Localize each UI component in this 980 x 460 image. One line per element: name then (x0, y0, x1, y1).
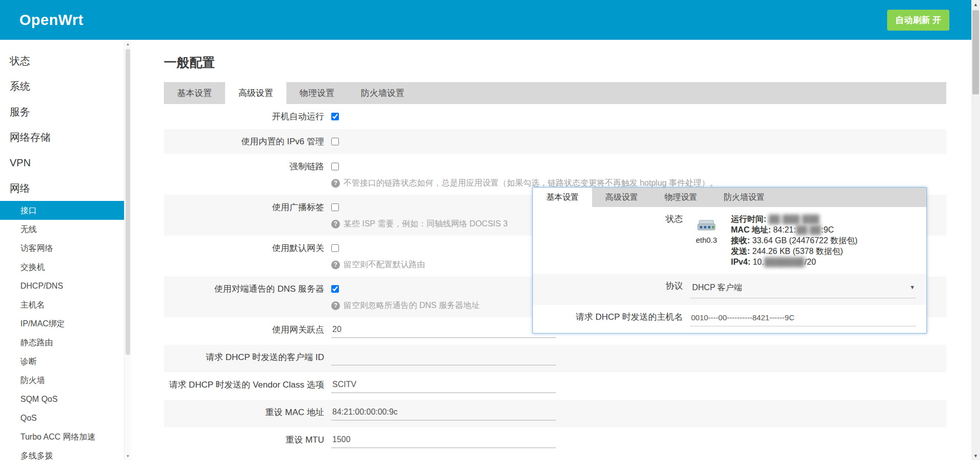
field-label: 重设 MAC 地址 (164, 400, 324, 427)
page-scrollbar-thumb[interactable] (972, 10, 979, 94)
tab-basic-settings[interactable]: 基本设置 (164, 82, 225, 104)
page-scroll-down-icon[interactable]: ▼ (971, 451, 980, 460)
default-gateway-checkbox[interactable] (331, 244, 339, 252)
field-description-text: 不管接口的链路状态如何，总是用应用设置（如果勾选，链路状态变更将不再触发 hot… (344, 178, 718, 188)
protocol-selected-value: DHCP 客户端 (692, 283, 742, 292)
sidebar-item-static-routes[interactable]: 静态路由 (0, 333, 124, 352)
sidebar-item-network[interactable]: 网络 (0, 175, 124, 201)
sidebar-item-system[interactable]: 系统 (0, 73, 124, 99)
help-icon: ? (331, 220, 340, 228)
redacted-mac: ██:██ (796, 225, 821, 234)
app-logo: OpenWrt (19, 12, 83, 29)
basic-settings-overlay-panel: 基本设置 高级设置 物理设置 防火墙设置 状态 eth0.3 (532, 187, 927, 334)
status-mac-line: MAC 地址: 84:21:██:██:9C (731, 224, 857, 235)
form-row-client-id: 请求 DHCP 时发送的客户端 ID (164, 345, 946, 372)
sidebar: 状态 系统 服务 网络存储 VPN 网络 接口 无线 访客网络 交换机 DHCP… (0, 40, 131, 460)
form-row-autostart: 开机自动运行 (164, 104, 946, 129)
overlay-tab-physical-settings[interactable]: 物理设置 (651, 188, 710, 207)
tab-physical-settings[interactable]: 物理设置 (286, 82, 348, 104)
ethernet-switch-icon (697, 219, 716, 232)
sidebar-scroll-down-icon[interactable]: ▼ (125, 452, 131, 460)
help-icon: ? (331, 301, 340, 310)
sidebar-item-status[interactable]: 状态 (0, 48, 124, 73)
vendor-class-input[interactable] (331, 379, 556, 393)
force-link-checkbox[interactable] (331, 163, 339, 170)
overlay-tab-basic-settings[interactable]: 基本设置 (533, 188, 592, 207)
form-row-ipv6-management: 使用内置的 IPv6 管理 (164, 129, 946, 154)
status-tx-line: 发送: 244.26 KB (5378 数据包) (731, 246, 857, 257)
interface-config-tabs: 基本设置 高级设置 物理设置 防火墙设置 (164, 82, 946, 104)
interface-name: eth0.3 (690, 236, 723, 244)
dhcp-hostname-input[interactable] (690, 312, 916, 326)
chevron-down-icon: ▼ (910, 284, 915, 290)
field-label: 使用默认网关 (164, 236, 324, 276)
field-description-text: 某些 ISP 需要，例如：同轴线网络 DOCSIS 3 (344, 219, 508, 229)
sidebar-item-multiwan[interactable]: 多线多拨 (0, 446, 124, 460)
protocol-label: 协议 (533, 274, 683, 305)
status-uptime-line: 运行时间: ██ ███ ███ (731, 214, 857, 224)
help-icon: ? (331, 179, 340, 188)
form-row-override-mtu: 重设 MTU (164, 427, 946, 455)
field-label: 重设 MTU (164, 427, 324, 455)
form-row-vendor-class: 请求 DHCP 时发送的 Vendor Class 选项 (164, 372, 946, 400)
overlay-tab-firewall-settings[interactable]: 防火墙设置 (710, 188, 778, 207)
auto-refresh-toggle-button[interactable]: 自动刷新 开 (887, 10, 949, 31)
page-scrollbar[interactable]: ▲ ▼ (971, 0, 980, 460)
sidebar-item-interfaces[interactable]: 接口 (0, 201, 124, 220)
field-label: 使用对端通告的 DNS 服务器 (164, 276, 324, 317)
page-title: 一般配置 (164, 54, 946, 71)
protocol-select[interactable]: DHCP 客户端 ▼ (690, 280, 916, 298)
header: OpenWrt 自动刷新 开 (0, 0, 980, 40)
status-label: 状态 (533, 207, 683, 274)
field-label: 使用广播标签 (164, 195, 324, 236)
field-description-text: 留空则忽略所通告的 DNS 服务器地址 (344, 300, 480, 311)
interface-icon-column: eth0.3 (690, 214, 723, 244)
sidebar-item-nas[interactable]: 网络存储 (0, 124, 124, 150)
sidebar-scrollbar[interactable]: ▲ ▼ (124, 40, 131, 460)
sidebar-item-dhcp-dns[interactable]: DHCP/DNS (0, 276, 124, 295)
field-description-text: 留空则不配置默认路由 (344, 260, 425, 270)
field-label: 开机自动运行 (164, 104, 324, 129)
form-row-override-mac: 重设 MAC 地址 (164, 400, 946, 427)
sidebar-item-hostnames[interactable]: 主机名 (0, 295, 124, 314)
override-mac-input[interactable] (331, 406, 556, 421)
sidebar-item-qos[interactable]: QoS (0, 408, 124, 427)
help-icon: ? (331, 261, 340, 269)
sidebar-scroll-up-icon[interactable]: ▲ (125, 40, 131, 48)
broadcast-flag-checkbox[interactable] (331, 203, 339, 211)
interface-status-text: 运行时间: ██ ███ ███ MAC 地址: 84:21:██:██:9C … (731, 214, 857, 267)
network-submenu: 接口 无线 访客网络 交换机 DHCP/DNS 主机名 IP/MAC绑定 静态路… (0, 201, 124, 460)
sidebar-item-services[interactable]: 服务 (0, 99, 124, 124)
sidebar-item-sqm-qos[interactable]: SQM QoS (0, 390, 124, 408)
sidebar-item-wireless[interactable]: 无线 (0, 220, 124, 239)
tab-advanced-settings[interactable]: 高级设置 (225, 82, 286, 104)
overlay-row-protocol: 协议 DHCP 客户端 ▼ (533, 274, 926, 305)
sidebar-item-ip-mac-binding[interactable]: IP/MAC绑定 (0, 314, 124, 333)
field-label: 使用网关跃点 (164, 317, 324, 345)
sidebar-scrollbar-thumb[interactable] (126, 49, 130, 355)
sidebar-item-firewall[interactable]: 防火墙 (0, 371, 124, 390)
gateway-metric-input[interactable] (331, 324, 556, 338)
page-scroll-up-icon[interactable]: ▲ (971, 0, 980, 9)
status-ipv4-line: IPv4: 10.███████/20 (731, 257, 857, 267)
autostart-checkbox[interactable] (331, 113, 339, 120)
peer-dns-checkbox[interactable] (331, 285, 339, 293)
field-label: 请求 DHCP 时发送的客户端 ID (164, 345, 324, 372)
redacted-ipv4: ███████ (764, 258, 804, 266)
field-label: 强制链路 (164, 154, 324, 195)
ipv6-management-checkbox[interactable] (331, 138, 339, 145)
sidebar-item-turbo-acc[interactable]: Turbo ACC 网络加速 (0, 427, 124, 446)
field-label: 使用内置的 IPv6 管理 (164, 129, 324, 154)
overlay-tab-advanced-settings[interactable]: 高级设置 (592, 188, 651, 207)
field-description: ? 不管接口的链路状态如何，总是用应用设置（如果勾选，链路状态变更将不再触发 h… (331, 178, 946, 188)
tab-firewall-settings[interactable]: 防火墙设置 (348, 82, 418, 104)
overlay-config-tabs: 基本设置 高级设置 物理设置 防火墙设置 (533, 188, 926, 207)
sidebar-item-switch[interactable]: 交换机 (0, 258, 124, 276)
overlay-row-hostname: 请求 DHCP 时发送的主机名 (533, 305, 926, 333)
sidebar-item-guest-network[interactable]: 访客网络 (0, 239, 124, 258)
dhcp-client-id-input[interactable] (331, 351, 556, 366)
override-mtu-input[interactable] (331, 434, 556, 448)
hostname-label: 请求 DHCP 时发送的主机名 (533, 305, 683, 333)
sidebar-item-vpn[interactable]: VPN (0, 150, 124, 175)
sidebar-item-diagnostics[interactable]: 诊断 (0, 352, 124, 371)
